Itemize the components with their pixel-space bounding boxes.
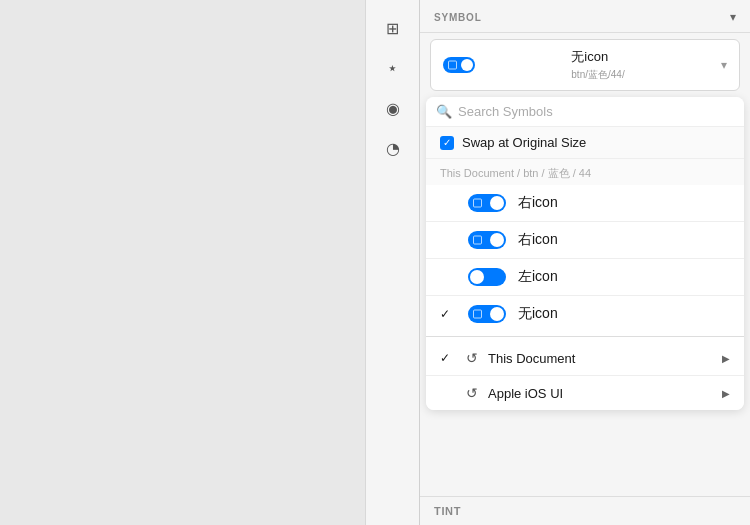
library-item-this-doc[interactable]: ✓ ↺ This Document ▶: [426, 341, 744, 375]
symbol-toggle-preview: [443, 57, 475, 73]
palette-icon-btn[interactable]: ◉: [375, 90, 411, 126]
symbol-section-header: SYMBOL ▾: [420, 0, 750, 33]
icon-sidebar: ⊞ ⭑ ◉ ◔: [365, 0, 419, 525]
library-check-1: ✓: [440, 351, 456, 365]
library-doc-icon-2: ↺: [466, 385, 478, 401]
selected-toggle-pill: [443, 57, 475, 73]
symbol-dropdown: 🔍 ✓ Swap at Original Size This Document …: [426, 97, 744, 410]
canvas-area: ⊞ ⭑ ◉ ◔: [0, 0, 420, 525]
swap-row[interactable]: ✓ Swap at Original Size: [426, 127, 744, 159]
chart-icon-btn[interactable]: ◔: [375, 130, 411, 166]
item-name-3: 左icon: [518, 268, 558, 286]
symbol-section-label: SYMBOL: [434, 12, 482, 23]
chart-icon: ◔: [386, 139, 400, 158]
item-toggle-1: [468, 194, 506, 212]
right-panel: SYMBOL ▾ 无icon btn/蓝色/44/ ▾ 🔍 ✓ Swap at …: [420, 0, 750, 525]
tint-label: Tint: [434, 505, 461, 517]
library-arrow-2: ▶: [722, 388, 730, 399]
library-item-apple[interactable]: ↺ Apple iOS UI ▶: [426, 376, 744, 410]
swap-check-icon: ✓: [443, 138, 451, 148]
search-icon: 🔍: [436, 104, 452, 119]
symbol-chevron-icon: ▾: [730, 10, 736, 24]
library-arrow-1: ▶: [722, 353, 730, 364]
selected-symbol-name: 无icon: [571, 48, 624, 66]
library-doc-icon-1: ↺: [466, 350, 478, 366]
library-name-2: Apple iOS UI: [488, 386, 712, 401]
item-name-4: 无icon: [518, 305, 558, 323]
selected-symbol-row[interactable]: 无icon btn/蓝色/44/ ▾: [430, 39, 740, 91]
star-icon-btn[interactable]: ⭑: [375, 50, 411, 86]
tint-bar: Tint: [420, 496, 750, 525]
swap-label: Swap at Original Size: [462, 135, 586, 150]
item-toggle-3: [468, 268, 506, 286]
list-item[interactable]: 右icon: [426, 185, 744, 221]
item-name-1: 右icon: [518, 194, 558, 212]
star-icon: ⭑: [389, 59, 396, 77]
item-name-2: 右icon: [518, 231, 558, 249]
palette-icon: ◉: [386, 99, 400, 118]
item-toggle-4: [468, 305, 506, 323]
layout-icon-btn[interactable]: ⊞: [375, 10, 411, 46]
item-toggle-2: [468, 231, 506, 249]
section-path-header: This Document / btn / 蓝色 / 44: [426, 159, 744, 185]
list-item[interactable]: ✓ 无icon: [426, 296, 744, 332]
item-check-4: ✓: [440, 307, 456, 321]
list-item[interactable]: 右icon: [426, 222, 744, 258]
list-item[interactable]: 左icon: [426, 259, 744, 295]
selected-symbol-path: btn/蓝色/44/: [571, 68, 624, 82]
search-bar: 🔍: [426, 97, 744, 127]
layout-icon: ⊞: [386, 19, 399, 38]
symbol-list: 右icon 右icon 左icon ✓: [426, 185, 744, 332]
library-section: ✓ ↺ This Document ▶ ↺ Apple iOS UI ▶: [426, 341, 744, 410]
library-name-1: This Document: [488, 351, 712, 366]
swap-checkbox[interactable]: ✓: [440, 136, 454, 150]
selected-symbol-chevron: ▾: [721, 58, 727, 72]
library-divider: [426, 336, 744, 337]
selected-symbol-content: 无icon btn/蓝色/44/: [571, 48, 624, 82]
search-input[interactable]: [458, 104, 734, 119]
